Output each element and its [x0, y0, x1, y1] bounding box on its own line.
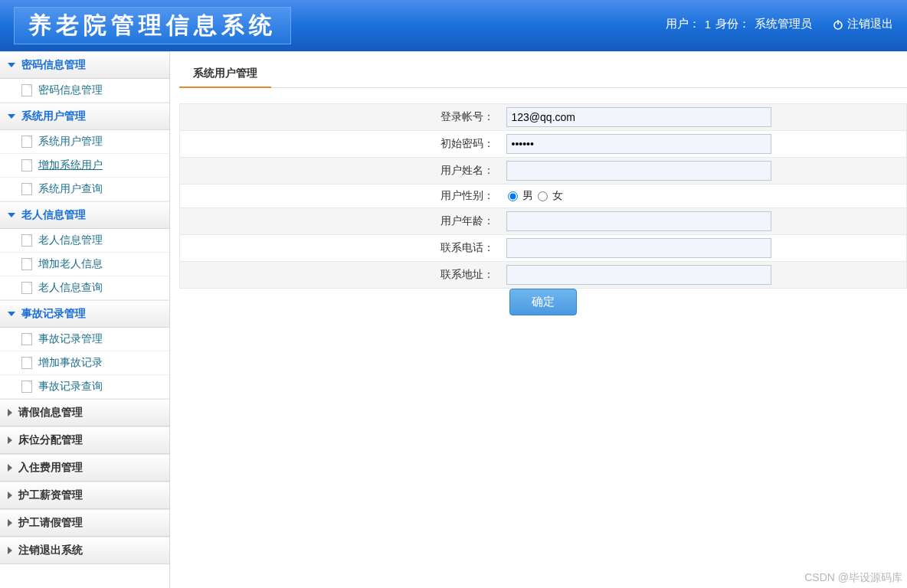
- user-label: 用户：: [666, 17, 700, 31]
- chevron-right-icon: [8, 436, 12, 444]
- file-icon: [21, 333, 32, 345]
- sidebar[interactable]: 密码信息管理密码信息管理系统用户管理系统用户管理增加系统用户系统用户查询老人信息…: [0, 51, 170, 588]
- gender-radio-group: 男 女: [506, 189, 902, 203]
- sidebar-item-label: 增加事故记录: [38, 356, 103, 370]
- file-icon: [21, 183, 32, 195]
- menu-header[interactable]: 护工薪资管理: [0, 482, 169, 509]
- gender-female-radio[interactable]: [538, 191, 548, 201]
- menu-items: 系统用户管理增加系统用户系统用户查询: [0, 130, 169, 201]
- menu-header[interactable]: 注销退出系统: [0, 537, 169, 564]
- sidebar-item-label: 密码信息管理: [38, 83, 103, 97]
- power-icon: [832, 18, 844, 31]
- user-form: 登录帐号： 初始密码： 用户姓名： 用户性别： 男 女: [179, 103, 907, 315]
- menu-header[interactable]: 床位分配管理: [0, 426, 169, 454]
- menu-title: 床位分配管理: [18, 433, 83, 447]
- phone-label: 联系电话：: [180, 235, 502, 262]
- menu-title: 护工请假管理: [18, 516, 83, 530]
- logout-label: 注销退出: [847, 17, 893, 31]
- password-input[interactable]: [506, 134, 771, 154]
- sidebar-item[interactable]: 老人信息查询: [0, 276, 169, 300]
- menu-title: 注销退出系统: [18, 544, 83, 557]
- menu-title: 老人信息管理: [21, 208, 86, 222]
- chevron-right-icon: [8, 519, 12, 527]
- app-logo-box: 养老院管理信息系统: [14, 7, 291, 44]
- submit-button[interactable]: 确定: [509, 289, 577, 315]
- watermark: CSDN @毕设源码库: [804, 571, 902, 585]
- menu-header[interactable]: 请假信息管理: [0, 399, 169, 426]
- menu-title: 入住费用管理: [18, 461, 83, 475]
- chevron-down-icon: [8, 114, 15, 119]
- name-label: 用户姓名：: [180, 158, 502, 185]
- logout-link[interactable]: 注销退出: [832, 17, 893, 31]
- sidebar-item-label: 增加老人信息: [38, 257, 103, 271]
- menu-title: 系统用户管理: [21, 109, 86, 123]
- sidebar-item[interactable]: 系统用户管理: [0, 130, 169, 154]
- sidebar-item[interactable]: 老人信息管理: [0, 229, 169, 253]
- menu-title: 密码信息管理: [21, 58, 86, 72]
- sidebar-item-label: 事故记录查询: [38, 380, 103, 394]
- address-input[interactable]: [506, 265, 771, 285]
- sidebar-item-label: 系统用户管理: [38, 135, 103, 149]
- sidebar-item-label: 事故记录管理: [38, 332, 103, 346]
- sidebar-item[interactable]: 增加系统用户: [0, 154, 169, 178]
- sidebar-item[interactable]: 增加老人信息: [0, 253, 169, 276]
- chevron-down-icon: [8, 63, 15, 67]
- file-icon: [21, 136, 32, 148]
- gender-female-label: 女: [552, 189, 563, 203]
- menu-title: 事故记录管理: [21, 307, 86, 321]
- phone-input[interactable]: [506, 238, 771, 258]
- menu-title: 请假信息管理: [18, 406, 83, 420]
- file-icon: [21, 234, 32, 247]
- account-label: 登录帐号：: [180, 104, 502, 131]
- age-input[interactable]: [506, 211, 771, 231]
- sidebar-item-label: 增加系统用户: [38, 158, 103, 172]
- sidebar-item-label: 老人信息查询: [38, 281, 103, 295]
- tab-system-user[interactable]: 系统用户管理: [179, 60, 271, 88]
- sidebar-item[interactable]: 密码信息管理: [0, 79, 169, 103]
- chevron-down-icon: [8, 312, 15, 316]
- file-icon: [21, 258, 32, 270]
- address-label: 联系地址：: [180, 262, 502, 289]
- menu-header[interactable]: 老人信息管理: [0, 201, 169, 229]
- sidebar-item[interactable]: 事故记录管理: [0, 328, 169, 351]
- chevron-down-icon: [8, 213, 15, 217]
- chevron-right-icon: [8, 409, 12, 416]
- main-content: 系统用户管理 登录帐号： 初始密码： 用户姓名： 用户性别： 男: [170, 51, 907, 588]
- sidebar-item-label: 老人信息管理: [38, 234, 103, 247]
- menu-items: 老人信息管理增加老人信息老人信息查询: [0, 229, 169, 300]
- gender-male-radio[interactable]: [508, 191, 518, 201]
- sidebar-item[interactable]: 系统用户查询: [0, 178, 169, 201]
- chevron-right-icon: [8, 492, 12, 499]
- menu-header[interactable]: 系统用户管理: [0, 103, 169, 130]
- sidebar-item[interactable]: 事故记录查询: [0, 375, 169, 399]
- menu-header[interactable]: 密码信息管理: [0, 51, 169, 79]
- gender-male-label: 男: [522, 189, 533, 203]
- menu-header[interactable]: 事故记录管理: [0, 300, 169, 328]
- file-icon: [21, 282, 32, 294]
- menu-title: 护工薪资管理: [18, 488, 83, 502]
- menu-items: 密码信息管理: [0, 79, 169, 103]
- menu-items: 事故记录管理增加事故记录事故记录查询: [0, 328, 169, 399]
- header-right: 用户： 1 身份： 系统管理员 注销退出: [666, 17, 893, 31]
- menu-header[interactable]: 入住费用管理: [0, 454, 169, 482]
- file-icon: [21, 357, 32, 369]
- user-value: 1: [705, 18, 711, 31]
- chevron-right-icon: [8, 547, 12, 554]
- sidebar-item-label: 系统用户查询: [38, 182, 103, 196]
- app-title: 养老院管理信息系统: [28, 10, 277, 41]
- file-icon: [21, 381, 32, 393]
- password-label: 初始密码：: [180, 131, 502, 158]
- gender-label: 用户性别：: [180, 185, 502, 208]
- chevron-right-icon: [8, 464, 12, 472]
- tab-bar: 系统用户管理: [179, 60, 907, 88]
- app-header: 养老院管理信息系统 用户： 1 身份： 系统管理员 注销退出: [0, 0, 907, 51]
- menu-header[interactable]: 护工请假管理: [0, 509, 169, 537]
- role-label: 身份：: [715, 17, 750, 31]
- file-icon: [21, 159, 32, 172]
- account-input[interactable]: [506, 107, 771, 127]
- age-label: 用户年龄：: [180, 208, 502, 235]
- sidebar-item[interactable]: 增加事故记录: [0, 351, 169, 375]
- name-input[interactable]: [506, 161, 771, 181]
- file-icon: [21, 84, 32, 96]
- role-value: 系统管理员: [755, 17, 812, 31]
